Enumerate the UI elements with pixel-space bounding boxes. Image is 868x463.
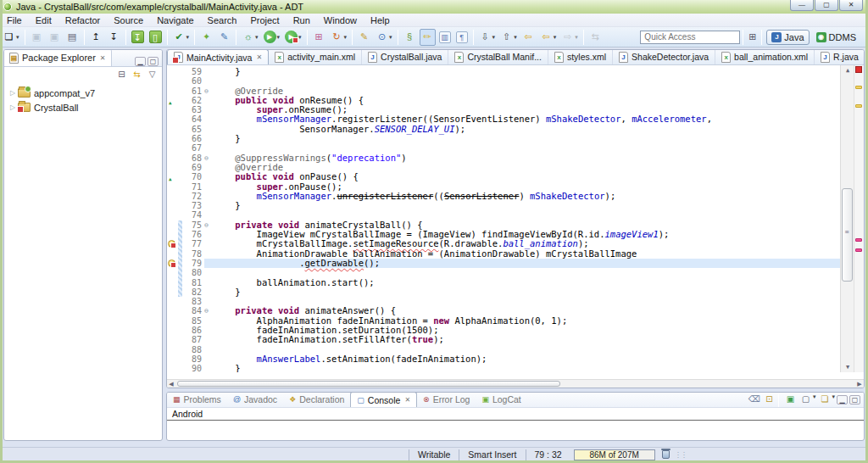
show-whitespace-button[interactable]: ¶: [454, 29, 470, 46]
quickfix-error-icon[interactable]: [168, 240, 175, 248]
tab-logcat[interactable]: ▣LogCat: [476, 392, 526, 407]
fold-marker[interactable]: [204, 249, 214, 259]
chevron-down-icon[interactable]: ▾: [277, 34, 281, 41]
link-with-editor-button[interactable]: ⇆: [131, 69, 143, 81]
code-text[interactable]: .getDrawable();: [214, 259, 840, 268]
chevron-down-icon[interactable]: ▾: [298, 34, 302, 41]
avd-manager-button[interactable]: ▯: [147, 29, 164, 46]
scroll-left-icon[interactable]: ◀: [167, 380, 175, 388]
scroll-lock-button[interactable]: ⊡: [763, 393, 776, 405]
tree-item-CrystalBall[interactable]: ▷CrystalBall: [8, 100, 162, 114]
lint-button[interactable]: ✎: [216, 29, 232, 46]
menu-help[interactable]: Help: [364, 14, 397, 26]
fold-marker[interactable]: [204, 125, 214, 134]
warning-mark-icon[interactable]: [855, 104, 862, 108]
fold-marker[interactable]: [204, 278, 214, 287]
code-text[interactable]: }: [214, 364, 840, 372]
new-wizard-button[interactable]: ❏▾: [1, 29, 21, 46]
tab-javadoc[interactable]: @Javadoc: [227, 392, 283, 407]
tab-mainactivity-java[interactable]: JMainActivity.java✕: [167, 49, 269, 64]
chevron-down-icon[interactable]: ▾: [344, 34, 348, 41]
menu-search[interactable]: Search: [201, 14, 244, 26]
tab-shakedetector-java[interactable]: JShakeDetector.java: [613, 49, 715, 64]
fold-marker[interactable]: ⊖: [204, 153, 214, 163]
android-sdk-manager-button[interactable]: ↧: [130, 29, 146, 46]
fold-marker[interactable]: [204, 114, 214, 124]
close-icon[interactable]: ✕: [404, 396, 410, 404]
fold-marker[interactable]: [204, 182, 214, 192]
menu-project[interactable]: Project: [243, 14, 286, 26]
tab-error-log[interactable]: ⊗Error Log: [417, 392, 476, 407]
scrollbar-thumb[interactable]: [177, 381, 560, 387]
fold-marker[interactable]: [204, 76, 214, 86]
pin-console-button[interactable]: ▣: [784, 393, 797, 405]
display-console-button[interactable]: ▢: [799, 393, 812, 405]
run-garbage-collector-button[interactable]: [662, 450, 670, 459]
link-with-editor-button[interactable]: ⇆: [587, 29, 604, 46]
search-button[interactable]: ⊙▾: [374, 29, 394, 46]
tab-ball-animation-xml[interactable]: xball_animation.xml: [715, 49, 815, 64]
code-text[interactable]: }: [214, 134, 840, 143]
tab-declaration[interactable]: ❖Declaration: [283, 392, 350, 407]
scrollbar-thumb[interactable]: [842, 188, 853, 282]
menu-window[interactable]: Window: [317, 14, 364, 26]
code-text[interactable]: SensorManager.SENSOR_DELAY_UI);: [214, 125, 840, 134]
chevron-down-icon[interactable]: ▾: [389, 34, 392, 41]
chevron-down-icon[interactable]: ▾: [514, 34, 517, 41]
chevron-down-icon[interactable]: ▾: [832, 393, 835, 405]
overview-ruler[interactable]: [854, 65, 864, 372]
tab-package-explorer[interactable]: ▤ Package Explorer ✕: [4, 49, 112, 66]
save-button[interactable]: ▣: [29, 29, 45, 46]
clear-console-button[interactable]: ⌫: [748, 393, 760, 405]
maximize-button[interactable]: ▢: [849, 395, 860, 404]
display-console-button-wrap[interactable]: ▢▾: [797, 393, 816, 405]
code-text[interactable]: ballAnimation.start();: [214, 278, 840, 287]
console-output[interactable]: [167, 421, 864, 429]
tab-activity-main-xml[interactable]: xactivity_main.xml: [269, 49, 362, 64]
open-resource-button[interactable]: ✎: [356, 29, 372, 46]
code-text[interactable]: mAnswerLabel.setAnimation(fadeInAnimatio…: [214, 354, 840, 364]
close-button[interactable]: ✕: [839, 0, 863, 11]
code-text[interactable]: }: [214, 201, 840, 210]
menu-source[interactable]: Source: [107, 14, 150, 26]
perspective-java[interactable]: JJava: [766, 30, 809, 45]
fold-marker[interactable]: [204, 96, 214, 105]
chevron-down-icon[interactable]: ▾: [186, 34, 190, 41]
menu-run[interactable]: Run: [287, 14, 317, 26]
fold-marker[interactable]: [204, 163, 214, 172]
minimize-button[interactable]: ▁: [837, 395, 848, 404]
maximize-button[interactable]: ▢: [147, 57, 159, 66]
tab-problems[interactable]: ▦Problems: [167, 392, 227, 407]
horizontal-scrollbar[interactable]: ◀ ▶: [167, 379, 864, 388]
tab-crystalball-java[interactable]: JCrystalBall.java: [362, 49, 448, 64]
tab-crystalball-manif-[interactable]: xCrystalBall Manif...: [448, 49, 548, 64]
new-android-project-button[interactable]: ✦: [198, 29, 214, 46]
block-selection-button[interactable]: ▥: [437, 29, 453, 46]
minimize-button[interactable]: ▁: [135, 57, 146, 66]
fold-marker[interactable]: ⊖: [204, 220, 214, 230]
back-button[interactable]: ⇦▾: [538, 29, 559, 46]
fold-marker[interactable]: [204, 67, 214, 76]
fold-marker[interactable]: [204, 192, 214, 201]
fold-marker[interactable]: [204, 210, 214, 220]
scroll-down-icon[interactable]: ▼: [842, 362, 854, 372]
save-all-button[interactable]: ▣: [47, 29, 63, 46]
print-button[interactable]: ▤: [64, 29, 81, 46]
fold-marker[interactable]: [204, 297, 214, 306]
run-button[interactable]: ▶▾: [262, 29, 282, 46]
refresh-button[interactable]: ↻▾: [329, 29, 349, 46]
import-button[interactable]: ↧: [106, 29, 122, 46]
perspective-ddms[interactable]: ◉DDMS: [811, 30, 861, 45]
error-mark-icon[interactable]: [855, 238, 862, 242]
expander-icon[interactable]: ▷: [8, 89, 18, 97]
static-check-button[interactable]: ✔▾: [171, 29, 192, 46]
tab-styles-xml[interactable]: xstyles.xml: [548, 49, 613, 64]
chevron-down-icon[interactable]: ▾: [492, 34, 496, 41]
tab-r-java[interactable]: JR.java: [815, 49, 865, 64]
debug-button[interactable]: ☼▾: [240, 29, 260, 46]
run-external-tools-button[interactable]: ▶▾: [283, 29, 303, 46]
fold-marker[interactable]: [204, 326, 214, 335]
fold-marker[interactable]: [204, 239, 214, 248]
code-text[interactable]: mSensorManager.unregisterListener((Senso…: [214, 192, 840, 201]
tree-item-appcompat_v7[interactable]: ▷appcompat_v7: [8, 86, 162, 100]
